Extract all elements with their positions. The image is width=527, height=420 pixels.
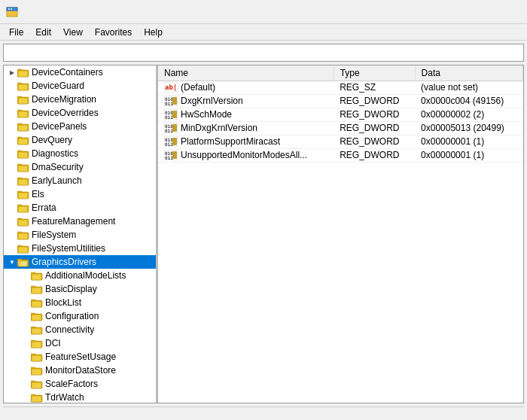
folder-icon: [31, 284, 43, 294]
tree-item-deviceguard[interactable]: DeviceGuard: [4, 79, 156, 93]
tree-item-graphicsdrivers[interactable]: ▼ GraphicsDrivers: [4, 255, 156, 269]
tree-item-additionalmodelists[interactable]: AdditionalModeLists: [4, 269, 156, 282]
expand-arrow-icon: [7, 243, 17, 254]
svg-rect-39: [18, 220, 28, 226]
registry-icon: [6, 6, 18, 18]
tree-item-label: AdditionalModeLists: [45, 270, 126, 281]
tree-item-scalefactors[interactable]: ScaleFactors: [4, 377, 156, 391]
tree-item-connectivity[interactable]: Connectivity: [4, 323, 156, 336]
tree-item-diagnostics[interactable]: Diagnostics: [4, 147, 156, 160]
folder-icon: [17, 175, 29, 186]
tree-panel[interactable]: ▶ DeviceContainers DeviceGuard DeviceMig…: [4, 65, 158, 403]
tree-item-dmasecurity[interactable]: DmaSecurity: [4, 160, 156, 174]
registry-data: 0x00000001 (1): [415, 135, 522, 148]
folder-icon: [17, 67, 29, 78]
column-header-name[interactable]: Name: [158, 65, 334, 81]
minimize-button[interactable]: [414, 5, 449, 20]
tree-item-blocklist[interactable]: BlockList: [4, 296, 156, 309]
svg-rect-18: [18, 125, 28, 131]
tree-item-errata[interactable]: Errata: [4, 201, 156, 215]
tree-item-devicepanels[interactable]: DevicePanels: [4, 120, 156, 133]
tree-item-label: ScaleFactors: [45, 379, 98, 389]
svg-rect-15: [18, 111, 28, 117]
tree-item-label: Diagnostics: [32, 148, 78, 159]
svg-rect-12: [18, 98, 28, 104]
folder-icon: [31, 338, 43, 348]
tree-item-els[interactable]: Els: [4, 187, 156, 201]
tree-item-featuresetusage[interactable]: FeatureSetUsage: [4, 350, 156, 364]
table-row[interactable]: 010 011 UnsupportedMonitorModesAll...REG…: [158, 148, 523, 162]
tree-item-devicecontainers[interactable]: ▶ DeviceContainers: [4, 65, 156, 79]
maximize-button[interactable]: [450, 5, 485, 20]
menu-item-file[interactable]: File: [3, 26, 29, 38]
svg-rect-69: [32, 355, 41, 361]
expand-arrow-icon: [7, 94, 17, 105]
tree-item-earlylaunch[interactable]: EarlyLaunch: [4, 174, 156, 187]
dword-value-icon: 010 011: [164, 109, 178, 120]
svg-rect-24: [18, 152, 28, 158]
tree-item-tdrwatch[interactable]: TdrWatch: [4, 391, 156, 403]
folder-icon: [17, 135, 29, 145]
expand-arrow-icon: [7, 216, 17, 227]
tree-item-devicemigration[interactable]: DeviceMigration: [4, 93, 156, 106]
folder-icon: [31, 379, 43, 389]
menu-item-favorites[interactable]: Favorites: [89, 26, 138, 38]
tree-item-basicdisplay[interactable]: BasicDisplay: [4, 282, 156, 296]
dword-value-icon: 010 011: [164, 123, 178, 133]
svg-rect-30: [18, 179, 28, 185]
table-row[interactable]: 010 011 MinDxgKrnlVersionREG_DWORD0x0000…: [158, 121, 523, 135]
main-content: ▶ DeviceContainers DeviceGuard DeviceMig…: [3, 65, 524, 403]
svg-text:ab|: ab|: [165, 84, 177, 91]
address-bar[interactable]: [3, 44, 524, 62]
tree-item-dci[interactable]: DCI: [4, 336, 156, 350]
svg-rect-60: [32, 315, 41, 321]
tree-item-label: EarlyLaunch: [32, 175, 82, 186]
close-button[interactable]: [486, 5, 521, 20]
tree-item-label: Configuration: [45, 311, 99, 321]
expand-arrow-icon: [7, 135, 17, 145]
tree-item-monitordatastore[interactable]: MonitorDataStore: [4, 364, 156, 377]
svg-rect-36: [18, 206, 28, 212]
svg-rect-21: [18, 138, 28, 145]
tree-item-filesystem[interactable]: FileSystem: [4, 228, 156, 242]
tree-item-deviceoverrides[interactable]: DeviceOverrides: [4, 106, 156, 120]
tree-item-label: DevicePanels: [32, 121, 87, 132]
table-row[interactable]: 010 011 HwSchModeREG_DWORD0x00000002 (2): [158, 108, 523, 121]
registry-data: 0x00000001 (1): [415, 148, 522, 162]
svg-rect-72: [32, 369, 41, 375]
column-header-data[interactable]: Data: [415, 65, 522, 81]
expand-arrow-icon: [7, 81, 17, 91]
svg-text:011: 011: [165, 101, 173, 106]
expand-arrow-icon: [20, 297, 31, 308]
svg-text:011: 011: [165, 155, 173, 160]
menu-item-help[interactable]: Help: [138, 26, 169, 38]
svg-rect-57: [32, 301, 41, 307]
table-row[interactable]: 010 011 DxgKrnlVersionREG_DWORD0x0000c00…: [158, 94, 523, 108]
expand-arrow-icon: [20, 270, 31, 281]
folder-icon: [31, 297, 43, 308]
data-panel[interactable]: NameTypeData ab| (Default)REG_SZ(value n…: [158, 65, 523, 403]
expand-arrow-icon: [7, 175, 17, 186]
registry-type: REG_DWORD: [334, 108, 415, 121]
folder-icon: [17, 162, 29, 172]
tree-item-label: BlockList: [45, 297, 81, 308]
tree-item-label: FeatureSetUsage: [45, 352, 116, 362]
svg-rect-27: [18, 166, 28, 172]
tree-item-featuremanagement[interactable]: FeatureManagement: [4, 215, 156, 228]
dword-value-icon: 010 011: [164, 96, 178, 106]
svg-rect-95: [172, 124, 177, 132]
folder-icon: [17, 81, 29, 91]
expand-arrow-icon: [7, 189, 17, 199]
table-row[interactable]: ab| (Default)REG_SZ(value not set): [158, 81, 523, 94]
tree-item-label: FeatureManagement: [32, 216, 115, 227]
tree-item-filesystemutilities[interactable]: FileSystemUtilities: [4, 242, 156, 255]
menu-item-edit[interactable]: Edit: [29, 26, 57, 38]
menu-item-view[interactable]: View: [57, 26, 89, 38]
data-table: NameTypeData ab| (Default)REG_SZ(value n…: [158, 65, 523, 163]
expand-arrow-icon: [7, 230, 17, 240]
column-header-type[interactable]: Type: [334, 65, 415, 81]
tree-item-devquery[interactable]: DevQuery: [4, 133, 156, 147]
svg-rect-42: [18, 233, 28, 239]
tree-item-configuration[interactable]: Configuration: [4, 309, 156, 323]
table-row[interactable]: 010 011 PlatformSupportMiracastREG_DWORD…: [158, 135, 523, 148]
